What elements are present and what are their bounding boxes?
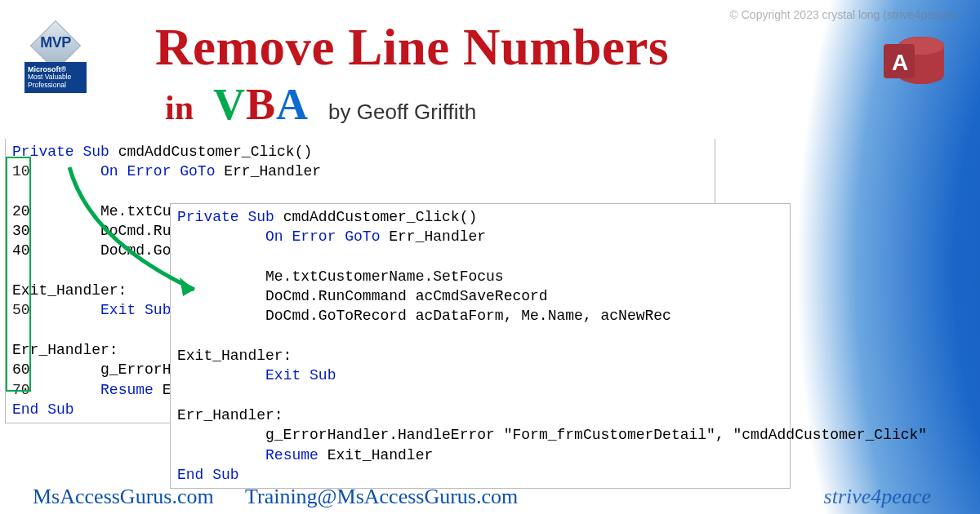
code-kw: Private Sub [177,209,274,225]
footer-signature: strive4peace [824,485,931,509]
code-kw: On Error GoTo [100,163,215,179]
code-label: Exit_Handler: [12,282,127,299]
code-string: "Form_frmCustomerDetail", "cmdAddCustome… [504,427,927,443]
code-indent [177,228,265,245]
code-label: Err_Handler: [177,407,283,423]
byline: by Geoff Griffith [328,100,476,125]
vba-a: A [276,80,309,129]
code-text: 40 DoCmd.GoT [12,242,180,259]
code-text: Exit_Handler [318,447,433,463]
code-text: Err_Handler [380,228,486,245]
title-in: in [165,88,194,127]
footer-email[interactable]: Training@MsAccessGurus.com [245,485,518,509]
mvp-abbr: MVP [40,33,71,51]
code-kw: Resume [100,382,154,398]
title-block: Remove Line Numbers in VBA by Geoff Grif… [155,18,669,130]
code-kw: End Sub [12,401,74,418]
code-panel-after: Private Sub cmdAddCustomer_Click() On Er… [170,203,791,489]
code-text: cmdAddCustomer_Click() [109,144,312,160]
code-text: 60 g_ErrorHa [12,361,180,378]
code-kw: On Error GoTo [265,228,380,245]
title-vba: VBA [213,79,309,130]
mvp-strip: Microsoft® Most Valuable Professional [24,62,87,93]
code-label: Err_Handler: [12,342,118,358]
code-linenum: 70 [12,382,100,398]
copyright-notice: © Copyright 2023 crystal long (strive4pe… [730,8,956,21]
mvp-strip-line: Professional [28,81,66,89]
page-title: Remove Line Numbers [155,18,669,78]
code-label: Exit_Handler: [177,348,292,364]
code-kw: Exit Sub [265,367,336,383]
vba-v: V [213,80,246,129]
code-text: cmdAddCustomer_Click() [274,209,477,225]
code-kw: Resume [265,447,318,463]
code-kw: Private Sub [12,144,109,160]
code-kw: End Sub [177,467,239,483]
code-linenum: 50 [12,302,100,318]
mvp-strip-line: Most Valuable [28,73,71,81]
footer-url[interactable]: MsAccessGurus.com [33,485,214,509]
vba-b: B [246,80,276,129]
code-indent [177,447,265,463]
code-text: DoCmd.RunCommand acCmdSaveRecord [177,288,548,304]
code-text: g_ErrorHandler.HandleError [177,427,504,443]
code-text: Me.txtCustomerName.SetFocus [177,268,504,285]
access-logo: A [882,29,947,93]
code-indent [177,367,265,383]
code-linenum: 10 [12,163,100,179]
code-text: DoCmd.GoToRecord acDataForm, Me.Name, ac… [177,308,671,324]
code-text: Err_Handler [215,163,321,179]
mvp-badge: MVP Microsoft® Most Valuable Professiona… [28,18,83,93]
access-letter-text: A [892,50,908,76]
code-kw: Exit Sub [100,302,171,318]
